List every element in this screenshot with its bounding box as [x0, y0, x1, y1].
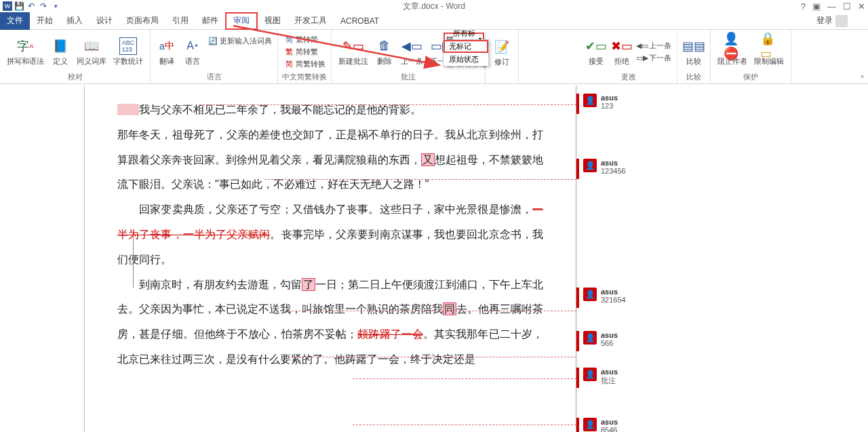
wordcount-button[interactable]: ABC123字数统计: [111, 36, 146, 68]
tab-mailings[interactable]: 邮件: [195, 12, 225, 30]
close-icon[interactable]: ✕: [858, 1, 865, 12]
tab-insert[interactable]: 插入: [60, 12, 90, 30]
comment-bar: [576, 418, 579, 432]
group-chinese-conv: 简繁转简 繁简转繁 简简繁转换 中文简繁转换: [278, 30, 332, 83]
comment-item[interactable]: 👤 asus8546: [583, 418, 618, 432]
avatar-icon: [835, 15, 848, 27]
quick-access-toolbar: W 💾 ↶ ↷ ▾: [3, 1, 61, 12]
window-controls: ? ▣ — ☐ ✕: [801, 1, 865, 12]
spelling-button[interactable]: 字A拼写和语法: [4, 36, 47, 68]
tab-file[interactable]: 文件: [0, 12, 30, 30]
insertion-bar: [133, 262, 134, 288]
save-icon[interactable]: 💾: [14, 1, 24, 12]
ribbon-options-icon[interactable]: ▣: [812, 1, 821, 12]
group-compare: ▤▤比较 比较: [677, 30, 711, 83]
trad-simp-button[interactable]: 简繁转简: [282, 34, 327, 45]
deleted-text: 颇踌躇了一会: [357, 328, 423, 340]
simp-trad-conv-button[interactable]: 简简繁转换: [282, 58, 327, 70]
qat-dropdown-icon[interactable]: ▾: [50, 1, 61, 12]
comment-item[interactable]: 👤 asus321654: [583, 288, 626, 304]
avatar-icon: 👤: [583, 418, 597, 431]
comment-item[interactable]: 👤 asus批注: [583, 368, 618, 386]
previous-comment-button[interactable]: ◀▭上一条: [398, 36, 426, 68]
minimize-icon[interactable]: —: [827, 1, 836, 12]
tab-developer[interactable]: 开发工具: [288, 12, 334, 30]
title-bar: W 💾 ↶ ↷ ▾ 文章.docx - Word ? ▣ — ☐ ✕: [0, 0, 868, 12]
group-proofing: 字A拼写和语法 📘定义 📖同义词库 ABC123字数统计 校对: [0, 30, 151, 83]
page-content[interactable]: 我与父亲不相见已二年余了，我最不能忘记的是他的背影。 那年冬天，祖母死了，父亲的…: [85, 85, 576, 379]
next-change-button[interactable]: ▭▶下一条: [635, 52, 673, 64]
comment-bar: [576, 368, 579, 388]
restrict-edit-button[interactable]: 🔒▭限制编辑: [751, 36, 787, 68]
window-title: 文章.docx - Word: [403, 1, 465, 12]
group-language: a中翻译 A✶语言 🔄更新输入法词典 语言: [151, 30, 278, 83]
highlight: 同: [443, 302, 456, 315]
track-changes-button[interactable]: 📝修订: [490, 37, 514, 68]
word-icon: W: [3, 1, 12, 11]
simp-trad-button[interactable]: 繁简转繁: [282, 46, 327, 58]
comment-bar: [576, 331, 579, 351]
highlight: 了: [302, 278, 315, 291]
page: 我与父亲不相见已二年余了，我最不能忘记的是他的背影。 那年冬天，祖母死了，父亲的…: [84, 85, 576, 432]
reject-button[interactable]: ✖▭拒绝: [610, 36, 634, 68]
ribbon-tabs: 文件 开始 插入 设计 页面布局 引用 邮件 审阅 视图 开发工具 ACROBA…: [0, 12, 868, 30]
comment-bar: [576, 159, 579, 179]
comment-item[interactable]: 👤 asus123: [583, 94, 618, 110]
tab-home[interactable]: 开始: [30, 12, 60, 30]
tab-acrobat[interactable]: ACROBAT: [334, 12, 386, 30]
insertion-bar: [133, 236, 134, 262]
connector-line: [199, 104, 576, 105]
comment-item[interactable]: 👤 asus123456: [583, 159, 626, 175]
update-ime-button[interactable]: 🔄更新输入法词典: [206, 35, 273, 47]
markup-menu: 无标记 原始状态: [443, 39, 489, 66]
group-protect: 👤⛔阻止作者 🔒▭限制编辑 保护: [711, 30, 791, 83]
collapse-ribbon-icon[interactable]: ^: [861, 75, 864, 82]
comment-item[interactable]: 👤 asus566: [583, 331, 618, 347]
redo-icon[interactable]: ↷: [38, 1, 49, 12]
connector-line: [285, 311, 576, 311]
connector-line: [285, 357, 576, 357]
comment-bar: [576, 288, 579, 308]
connector-line: [264, 179, 576, 180]
help-icon[interactable]: ?: [801, 1, 806, 12]
no-markup-option[interactable]: 无标记: [443, 40, 488, 53]
avatar-icon: 👤: [583, 288, 597, 301]
accept-button[interactable]: ✔▭接受: [584, 36, 608, 68]
document-area: 我与父亲不相见已二年余了，我最不能忘记的是他的背影。 那年冬天，祖母死了，父亲的…: [0, 85, 868, 432]
ribbon-body: 字A拼写和语法 📘定义 📖同义词库 ABC123字数统计 校对 a中翻译 A✶语…: [0, 30, 868, 84]
avatar-icon: 👤: [583, 331, 597, 345]
tab-design[interactable]: 设计: [90, 12, 119, 30]
comment-bar: [576, 94, 579, 114]
maximize-icon[interactable]: ☐: [843, 1, 851, 12]
highlight: [117, 104, 139, 115]
tab-view[interactable]: 视图: [258, 12, 288, 30]
tab-layout[interactable]: 页面布局: [119, 12, 165, 30]
delete-comment-button[interactable]: 🗑删除: [372, 36, 397, 68]
block-authors-button[interactable]: 👤⛔阻止作者: [715, 36, 750, 68]
tab-review[interactable]: 审阅: [225, 12, 258, 30]
group-tracking: 📝修订: [486, 30, 519, 83]
translate-button[interactable]: a中翻译: [155, 36, 179, 68]
undo-icon[interactable]: ↶: [26, 1, 37, 12]
avatar-icon: 👤: [583, 368, 597, 381]
connector-line: [353, 425, 576, 425]
avatar-icon: 👤: [583, 159, 597, 172]
group-changes: ✔▭接受 ✖▭拒绝 ◀▭上一条 ▭▶下一条 更改: [580, 30, 677, 83]
login-link[interactable]: 登录: [816, 15, 848, 27]
original-option[interactable]: 原始状态: [443, 53, 488, 66]
new-comment-button[interactable]: ✎▭新建批注: [336, 36, 371, 68]
thesaurus-button[interactable]: 📖同义词库: [74, 36, 109, 68]
highlight: 又: [421, 153, 435, 166]
connector-line: [353, 378, 576, 379]
define-button[interactable]: 📘定义: [48, 36, 73, 68]
language-button[interactable]: A✶语言: [180, 36, 205, 68]
compare-button[interactable]: ▤▤比较: [682, 36, 706, 68]
prev-change-button[interactable]: ◀▭上一条: [635, 40, 673, 52]
tab-references[interactable]: 引用: [165, 12, 195, 30]
avatar-icon: 👤: [583, 94, 597, 107]
